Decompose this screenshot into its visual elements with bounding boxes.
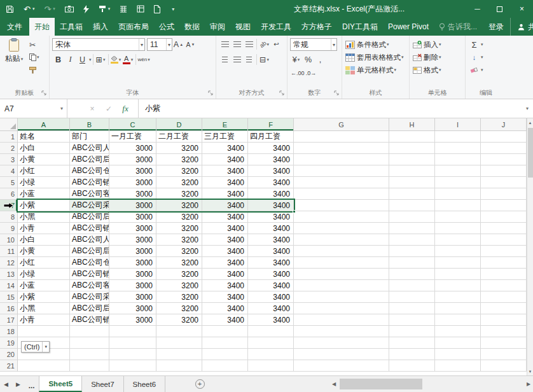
cell-C4[interactable]: 3000: [109, 165, 156, 177]
column-header-E[interactable]: E: [202, 118, 248, 130]
cell-F10[interactable]: 3400: [248, 234, 294, 246]
cell-B4[interactable]: ABC公司仓: [70, 165, 109, 177]
column-header-F[interactable]: F: [248, 118, 294, 130]
cell-B17[interactable]: ABC公司销: [70, 314, 109, 326]
scroll-left-icon[interactable]: ◀: [329, 381, 338, 387]
increase-decimal-button[interactable]: ←.00: [291, 67, 305, 79]
cell-F12[interactable]: 3400: [248, 257, 294, 269]
cell-D19[interactable]: [156, 337, 202, 349]
cell-D8[interactable]: 3200: [156, 211, 202, 223]
cell-C5[interactable]: 3000: [109, 177, 156, 188]
tab-数据[interactable]: 数据: [179, 18, 205, 36]
cell-A4[interactable]: 小红: [18, 165, 70, 177]
cell-F4[interactable]: 3400: [248, 165, 294, 177]
row-header-7[interactable]: 7: [0, 200, 18, 211]
cell-I11[interactable]: [435, 246, 481, 257]
cell-F15[interactable]: 3400: [248, 291, 294, 303]
conditional-formatting-button[interactable]: 条件格式▾: [345, 38, 407, 51]
cell-D16[interactable]: 3200: [156, 303, 202, 314]
orientation-button[interactable]: ab▾: [259, 38, 270, 50]
cell-A10[interactable]: 小白: [18, 234, 70, 246]
tab-开发工具[interactable]: 开发工具: [256, 18, 296, 36]
cell-B1[interactable]: 部门: [70, 131, 109, 143]
cell-I10[interactable]: [435, 234, 481, 246]
cell-A17[interactable]: 小青: [18, 314, 70, 326]
cell-I7[interactable]: [435, 200, 481, 211]
cell-D21[interactable]: [156, 360, 202, 372]
cell-E4[interactable]: 3400: [202, 165, 248, 177]
cell-E7[interactable]: 3400: [202, 200, 248, 211]
cell-I16[interactable]: [435, 303, 481, 314]
cell-D5[interactable]: 3200: [156, 177, 202, 188]
cell-B10[interactable]: ABC公司人: [70, 234, 109, 246]
cell-J17[interactable]: [481, 314, 527, 326]
sheet-tab-Sheet7[interactable]: Sheet7: [82, 376, 123, 392]
cell-G12[interactable]: [294, 257, 389, 269]
cell-G16[interactable]: [294, 303, 389, 314]
cell-J12[interactable]: [481, 257, 527, 269]
cell-J6[interactable]: [481, 188, 527, 200]
phonetic-guide-button[interactable]: wén▾: [138, 53, 150, 66]
cell-B9[interactable]: ABC公司销: [70, 223, 109, 234]
cell-E1[interactable]: 三月工资: [202, 131, 248, 143]
cell-E3[interactable]: 3400: [202, 154, 248, 165]
cell-A16[interactable]: 小黑: [18, 303, 70, 314]
underline-button[interactable]: U: [77, 53, 88, 66]
tab-审阅[interactable]: 审阅: [205, 18, 230, 36]
cell-B18[interactable]: [70, 326, 109, 337]
cell-F16[interactable]: 3400: [248, 303, 294, 314]
cell-C1[interactable]: 一月工资: [109, 131, 156, 143]
cell-I1[interactable]: [435, 131, 481, 143]
cell-I5[interactable]: [435, 177, 481, 188]
cell-G4[interactable]: [294, 165, 389, 177]
cell-A3[interactable]: 小黄: [18, 154, 70, 165]
fill-color-button[interactable]: ▾: [111, 53, 121, 66]
cell-F19[interactable]: [248, 337, 294, 349]
cell-E5[interactable]: 3400: [202, 177, 248, 188]
camera-icon[interactable]: [63, 1, 76, 17]
cell-J20[interactable]: [481, 349, 527, 360]
cell-H7[interactable]: [389, 200, 435, 211]
cell-H12[interactable]: [389, 257, 435, 269]
cell-B5[interactable]: ABC公司销: [70, 177, 109, 188]
cell-E19[interactable]: [202, 337, 248, 349]
tab-视图[interactable]: 视图: [230, 18, 256, 36]
cell-E9[interactable]: 3400: [202, 223, 248, 234]
cell-J19[interactable]: [481, 337, 527, 349]
font-color-button[interactable]: A▾: [123, 53, 134, 66]
cell-C3[interactable]: 3000: [109, 154, 156, 165]
decrease-decimal-button[interactable]: .0→: [306, 67, 317, 79]
cell-I4[interactable]: [435, 165, 481, 177]
formula-input[interactable]: 小紫: [139, 99, 522, 118]
table-tool-icon[interactable]: [118, 1, 129, 17]
column-header-H[interactable]: H: [389, 118, 435, 130]
cell-D13[interactable]: 3200: [156, 269, 202, 280]
cell-F21[interactable]: [248, 360, 294, 372]
tell-me-box[interactable]: 告诉我...: [434, 18, 482, 36]
cut-icon[interactable]: ✂: [29, 38, 40, 51]
row-header-1[interactable]: 1: [0, 131, 18, 143]
sheet-tab-Sheet5[interactable]: Sheet5: [39, 376, 82, 392]
percent-button[interactable]: %: [303, 53, 314, 66]
cell-H21[interactable]: [389, 360, 435, 372]
sheet-tab-Sheet6[interactable]: Sheet6: [124, 376, 165, 392]
cell-H18[interactable]: [389, 326, 435, 337]
cell-B19[interactable]: [70, 337, 109, 349]
borders-button[interactable]: ⊞▾: [95, 53, 106, 66]
name-box[interactable]: A7▾: [0, 99, 67, 118]
cell-H3[interactable]: [389, 154, 435, 165]
cell-J2[interactable]: [481, 143, 527, 154]
cell-A15[interactable]: 小紫: [18, 291, 70, 303]
cell-J4[interactable]: [481, 165, 527, 177]
cell-B13[interactable]: ABC公司销: [70, 269, 109, 280]
cell-H2[interactable]: [389, 143, 435, 154]
maximize-button[interactable]: [488, 0, 511, 18]
align-bottom-icon[interactable]: [244, 38, 254, 50]
cell-C8[interactable]: 3000: [109, 211, 156, 223]
scroll-down-icon[interactable]: ▼: [527, 367, 533, 375]
cell-E8[interactable]: 3400: [202, 211, 248, 223]
cell-H8[interactable]: [389, 211, 435, 223]
alignment-dialog-launcher[interactable]: [279, 90, 286, 97]
cell-C7[interactable]: 3000: [109, 200, 156, 211]
wrap-text-button[interactable]: ↩: [271, 38, 282, 50]
